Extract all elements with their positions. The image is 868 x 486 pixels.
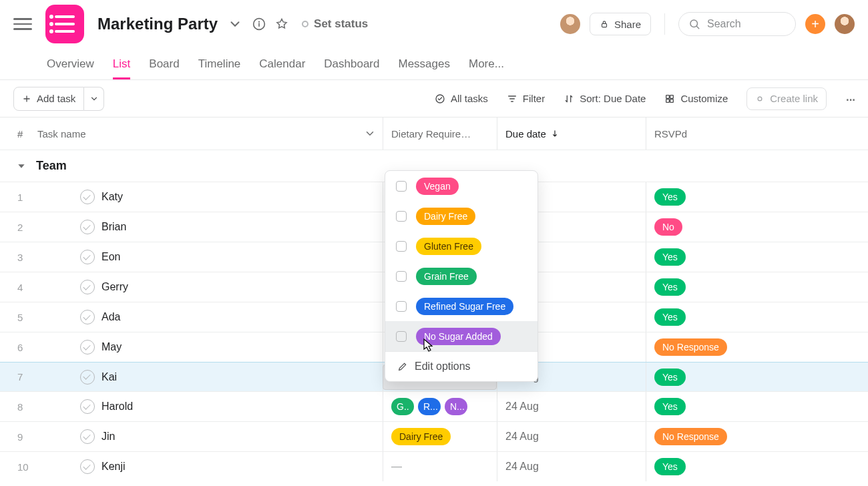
checkbox-icon — [396, 181, 407, 192]
dropdown-option[interactable]: Gluten Free — [385, 231, 537, 261]
menu-button[interactable] — [13, 15, 32, 33]
dropdown-option[interactable]: Grain Free — [385, 261, 537, 291]
row-number: 10 — [17, 461, 37, 473]
complete-checkbox[interactable] — [80, 310, 95, 324]
due-date-cell[interactable]: 24 Aug — [497, 431, 646, 443]
task-name[interactable]: Ada — [101, 311, 120, 323]
task-name[interactable]: Eon — [101, 251, 120, 263]
svg-rect-2 — [602, 23, 606, 27]
task-name[interactable]: May — [101, 341, 122, 353]
task-name[interactable]: Kenji — [101, 461, 126, 473]
svg-point-3 — [690, 20, 698, 27]
rsvp-cell[interactable]: Yes — [646, 188, 868, 206]
customize-button[interactable]: Customize — [664, 93, 728, 104]
info-icon[interactable] — [252, 17, 266, 31]
search-placeholder: Search — [707, 18, 741, 30]
complete-checkbox[interactable] — [80, 280, 95, 294]
dropdown-option[interactable]: Refined Sugar Free — [385, 291, 537, 321]
add-task-button[interactable]: Add task — [13, 87, 84, 111]
tab-more[interactable]: More... — [469, 48, 504, 79]
rsvp-cell[interactable]: Yes — [646, 278, 868, 296]
global-add-button[interactable]: + — [805, 14, 825, 34]
create-link-button[interactable]: Create link — [746, 87, 827, 110]
add-task-dropdown[interactable] — [84, 87, 104, 111]
task-name[interactable]: Katy — [101, 191, 123, 203]
tab-messages[interactable]: Messages — [398, 48, 449, 79]
row-number: 3 — [17, 252, 37, 263]
rsvp-cell[interactable]: No Response — [646, 338, 868, 356]
due-date-cell[interactable]: 24 Aug — [497, 401, 646, 413]
col-header-diet[interactable]: Dietary Require… — [383, 128, 497, 140]
table-row[interactable]: 10Kenji—24 AugYes — [0, 451, 868, 481]
tab-board[interactable]: Board — [149, 48, 179, 79]
share-button[interactable]: Share — [590, 13, 651, 35]
dropdown-option[interactable]: Vegan — [385, 171, 537, 201]
complete-checkbox[interactable] — [80, 220, 95, 234]
tab-calendar[interactable]: Calendar — [259, 48, 305, 79]
sort-button[interactable]: Sort: Due Date — [564, 93, 646, 104]
divider — [664, 13, 665, 35]
all-tasks-button[interactable]: All tasks — [435, 93, 488, 104]
task-cell: Kai — [37, 370, 383, 385]
tab-overview[interactable]: Overview — [47, 48, 94, 79]
task-name[interactable]: Jin — [101, 431, 115, 443]
status-button[interactable]: Set status — [302, 17, 368, 31]
col-header-task[interactable]: Task name — [37, 128, 383, 140]
row-number: 7 — [17, 371, 37, 383]
status-label: Set status — [314, 17, 368, 31]
search-input[interactable]: Search — [678, 12, 796, 36]
svg-point-9 — [758, 97, 762, 101]
rsvp-cell[interactable]: Yes — [646, 308, 868, 326]
task-name[interactable]: Kai — [101, 371, 117, 383]
project-dropdown[interactable] — [227, 17, 243, 31]
checkbox-icon — [396, 331, 407, 342]
add-task-label: Add task — [37, 93, 75, 104]
complete-checkbox[interactable] — [80, 250, 95, 264]
rsvp-cell[interactable]: No — [646, 218, 868, 236]
filter-label: Filter — [523, 93, 545, 104]
share-label: Share — [614, 19, 641, 30]
task-name[interactable]: Brian — [101, 221, 126, 233]
filter-button[interactable]: Filter — [507, 93, 545, 104]
complete-checkbox[interactable] — [80, 370, 95, 385]
rsvp-badge: Yes — [654, 278, 686, 296]
dietary-cell[interactable]: Dairy Free — [383, 428, 497, 445]
task-name[interactable]: Gerry — [101, 281, 128, 293]
task-name[interactable]: Harold — [101, 401, 133, 413]
task-cell: Katy — [37, 190, 383, 204]
tab-list[interactable]: List — [113, 48, 130, 79]
task-cell: Eon — [37, 250, 383, 264]
customize-label: Customize — [680, 93, 728, 104]
complete-checkbox[interactable] — [80, 399, 95, 414]
table-row[interactable]: 9JinDairy Free24 AugNo Response — [0, 421, 868, 451]
more-actions-button[interactable]: ··· — [845, 91, 855, 107]
dietary-cell[interactable]: G..R...N... — [383, 398, 497, 415]
row-number: 2 — [17, 222, 37, 233]
col-header-due[interactable]: Due date — [497, 128, 646, 140]
dropdown-option[interactable]: Dairy Free — [385, 201, 537, 231]
edit-options-button[interactable]: Edit options — [385, 352, 537, 381]
rsvp-cell[interactable]: No Response — [646, 428, 868, 445]
rsvp-cell[interactable]: Yes — [646, 458, 868, 475]
complete-checkbox[interactable] — [80, 459, 95, 474]
tab-dashboard[interactable]: Dashboard — [324, 48, 379, 79]
user-avatar[interactable] — [835, 14, 855, 34]
col-header-rsvp[interactable]: RSVPd — [646, 128, 868, 140]
due-date-cell[interactable]: 24 Aug — [497, 461, 646, 473]
complete-checkbox[interactable] — [80, 340, 95, 354]
rsvp-cell[interactable]: Yes — [646, 369, 868, 386]
rsvp-cell[interactable]: Yes — [646, 248, 868, 266]
tab-timeline[interactable]: Timeline — [198, 48, 241, 79]
column-divider — [383, 182, 383, 212]
complete-checkbox[interactable] — [80, 429, 95, 444]
section-collapse-button[interactable] — [16, 161, 27, 172]
rsvp-cell[interactable]: Yes — [646, 398, 868, 415]
rsvp-badge: No Response — [654, 338, 727, 356]
rsvp-badge: Yes — [654, 248, 686, 266]
dietary-cell[interactable]: — — [383, 461, 497, 473]
table-row[interactable]: 8HaroldG..R...N...24 AugYes — [0, 391, 868, 421]
complete-checkbox[interactable] — [80, 190, 95, 204]
member-avatar[interactable] — [560, 14, 580, 34]
dropdown-option[interactable]: No Sugar Added — [385, 321, 537, 351]
star-icon[interactable] — [275, 17, 288, 31]
